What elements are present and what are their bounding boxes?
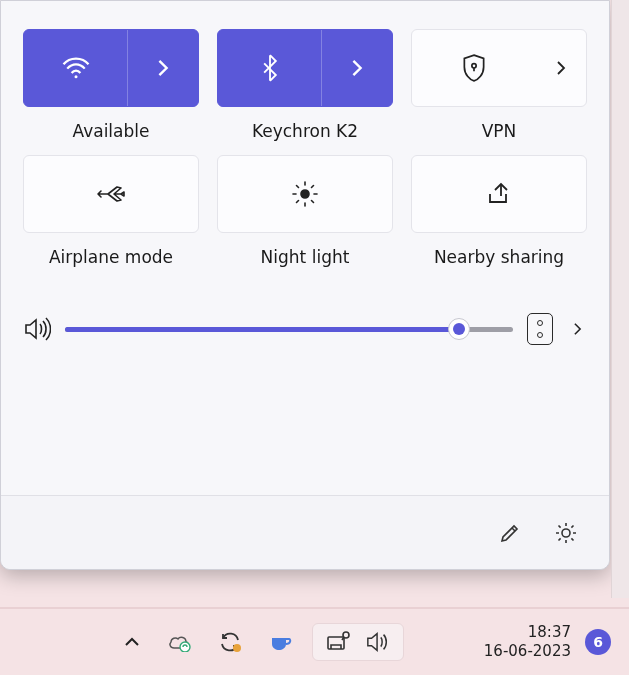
tile-nearby-block: Nearby sharing [411, 155, 587, 267]
chevron-up-icon [124, 636, 140, 648]
tile-nightlight-label: Night light [261, 247, 350, 267]
edit-button[interactable] [495, 518, 525, 548]
svg-line-9 [297, 201, 299, 203]
tile-bluetooth-block: Keychron K2 [217, 29, 393, 141]
chevron-right-icon [556, 60, 566, 76]
notification-count: 6 [593, 634, 603, 650]
shield-lock-icon [461, 53, 487, 83]
volume-icon [23, 316, 51, 342]
taskbar-clock-area[interactable]: 18:37 16-06-2023 6 [484, 623, 611, 661]
quick-settings-panel: Available Keychron K2 [0, 0, 610, 570]
tile-bluetooth-toggle[interactable] [218, 30, 322, 106]
tile-wifi-block: Available [23, 29, 199, 141]
tile-nearby[interactable] [411, 155, 587, 233]
airplane-icon [95, 180, 127, 208]
tile-airplane-label: Airplane mode [49, 247, 173, 267]
tile-vpn-toggle[interactable] [412, 30, 536, 106]
audio-output-button[interactable] [527, 313, 553, 345]
brightness-icon [290, 179, 320, 209]
cloud-sync-icon [166, 632, 192, 652]
clock-date: 16-06-2023 [484, 642, 571, 661]
tile-wifi-label: Available [73, 121, 150, 141]
chevron-right-icon [573, 322, 582, 336]
tile-wifi-expand[interactable] [128, 30, 198, 106]
svg-line-7 [297, 186, 299, 188]
svg-point-12 [180, 642, 190, 652]
tray-overflow-chevron[interactable] [124, 636, 140, 648]
tile-wifi[interactable] [23, 29, 199, 107]
tile-vpn-block: VPN [411, 29, 587, 141]
svg-point-0 [74, 75, 77, 78]
tile-bluetooth-expand[interactable] [322, 30, 392, 106]
svg-line-8 [312, 201, 314, 203]
sync-icon [218, 630, 242, 654]
svg-point-1 [472, 64, 476, 68]
bluetooth-icon [261, 54, 279, 82]
svg-line-10 [312, 186, 314, 188]
tile-nearby-label: Nearby sharing [434, 247, 564, 267]
cup-icon [268, 632, 292, 652]
speaker-icon [365, 630, 391, 654]
tile-airplane-block: Airplane mode [23, 155, 199, 267]
network-volume-tray[interactable] [312, 623, 404, 661]
tile-bluetooth-label: Keychron K2 [252, 121, 358, 141]
slider-track [65, 327, 513, 332]
tile-wifi-toggle[interactable] [24, 30, 128, 106]
tile-nightlight[interactable] [217, 155, 393, 233]
taskbar: 18:37 16-06-2023 6 [0, 607, 629, 675]
gear-icon [553, 520, 579, 546]
volume-row [1, 277, 609, 375]
chevron-right-icon [351, 58, 363, 78]
tile-vpn-label: VPN [482, 121, 517, 141]
pencil-icon [498, 521, 522, 545]
tile-vpn-expand[interactable] [536, 30, 586, 106]
app-tray-icon[interactable] [268, 632, 292, 652]
slider-fill [65, 327, 459, 332]
volume-slider[interactable] [65, 317, 513, 341]
settings-button[interactable] [551, 518, 581, 548]
ethernet-icon [325, 630, 351, 654]
chevron-right-icon [157, 58, 169, 78]
share-icon [484, 180, 514, 208]
clock-text: 18:37 16-06-2023 [484, 623, 571, 661]
window-scrollbar[interactable] [611, 0, 629, 598]
tile-airplane[interactable] [23, 155, 199, 233]
tile-nightlight-block: Night light [217, 155, 393, 267]
update-tray-icon[interactable] [218, 630, 242, 654]
volume-expand[interactable] [567, 322, 587, 336]
wifi-icon [61, 55, 91, 81]
svg-point-11 [562, 529, 570, 537]
notification-badge[interactable]: 6 [585, 629, 611, 655]
onedrive-tray-icon[interactable] [166, 632, 192, 652]
slider-thumb[interactable] [448, 318, 470, 340]
tile-vpn[interactable] [411, 29, 587, 107]
clock-time: 18:37 [484, 623, 571, 642]
svg-point-13 [233, 644, 241, 652]
tray-icons [124, 630, 292, 654]
svg-point-2 [301, 190, 309, 198]
tile-bluetooth[interactable] [217, 29, 393, 107]
tiles-grid: Available Keychron K2 [1, 1, 609, 277]
panel-footer [1, 495, 609, 569]
